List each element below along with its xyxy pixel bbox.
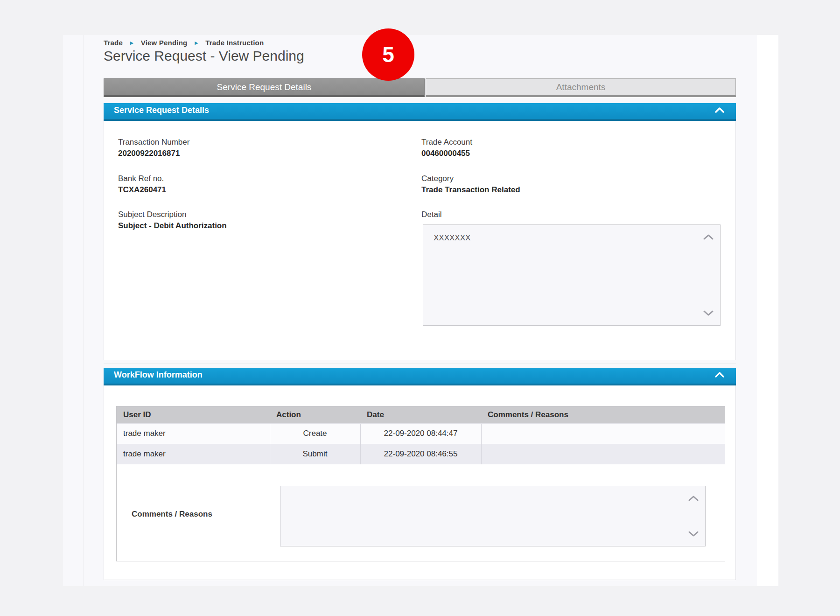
comments-textarea-value [280, 486, 705, 503]
table-cell: 22-09-2020 08:46:55 [360, 444, 481, 464]
collapse-button[interactable] [714, 371, 725, 378]
scroll-up-icon[interactable] [702, 233, 714, 241]
field-label: Category [421, 174, 520, 183]
field-label: Trade Account [421, 138, 472, 147]
table-header-row: User ID Action Date Comments / Reasons [117, 406, 725, 423]
scroll-down-icon[interactable] [687, 530, 700, 538]
field-subject-description: Subject Description Subject - Debit Auth… [118, 210, 227, 231]
scroll-up-icon[interactable] [687, 495, 700, 502]
page-margin-strip [757, 35, 778, 586]
field-label: Bank Ref no. [118, 174, 166, 183]
comments-label: Comments / Reasons [132, 510, 212, 519]
panel-divider-line [83, 35, 84, 586]
workflow-table-body: trade makerCreate22-09-2020 08:44:47trad… [117, 423, 725, 464]
detail-textarea[interactable]: XXXXXXX [423, 224, 721, 326]
table-cell [481, 444, 725, 464]
tab-bar: Service Request Details Attachments [104, 78, 736, 97]
annotation-badge-number: 5 [382, 42, 394, 67]
field-label-detail: Detail [421, 210, 441, 219]
section-header-service-request-details: Service Request Details [104, 103, 736, 121]
field-value: 00460000455 [421, 149, 472, 158]
table-cell: Submit [270, 444, 360, 464]
breadcrumb-separator-icon: ▸ [195, 39, 198, 46]
breadcrumb: Trade▸View Pending▸Trade Instruction [104, 39, 264, 47]
breadcrumb-item-trade[interactable]: Trade [104, 39, 123, 47]
field-value: TCXA260471 [118, 185, 166, 195]
breadcrumb-item-view-pending[interactable]: View Pending [141, 39, 188, 47]
section-body-workflow-information: User ID Action Date Comments / Reasons t… [104, 385, 736, 580]
chevron-up-icon [714, 371, 725, 378]
field-value: 20200922016871 [118, 149, 189, 158]
page-title: Service Request - View Pending [104, 48, 304, 64]
table-row: trade makerCreate22-09-2020 08:44:47 [117, 423, 725, 444]
breadcrumb-separator-icon: ▸ [130, 39, 133, 46]
section-separator [104, 363, 736, 364]
field-category: Category Trade Transaction Related [421, 174, 520, 195]
column-header-user-id: User ID [117, 406, 270, 423]
field-value: Trade Transaction Related [421, 185, 520, 195]
scroll-down-icon[interactable] [702, 309, 714, 317]
column-header-action: Action [270, 406, 360, 423]
workflow-table-container: User ID Action Date Comments / Reasons t… [116, 406, 725, 561]
comments-area: Comments / Reasons [117, 464, 725, 562]
section-header-workflow-information: WorkFlow Information [104, 368, 736, 385]
table-cell: trade maker [117, 444, 270, 464]
table-cell [481, 423, 725, 444]
column-header-date: Date [360, 406, 481, 423]
collapse-button[interactable] [714, 107, 725, 113]
comments-textarea[interactable] [280, 486, 706, 546]
section-body-service-request-details: Transaction Number 20200922016871 Trade … [104, 121, 736, 360]
field-bank-ref-no: Bank Ref no. TCXA260471 [118, 174, 166, 195]
main-panel: Trade▸View Pending▸Trade Instruction Ser… [63, 35, 757, 586]
workflow-table: User ID Action Date Comments / Reasons t… [117, 406, 725, 464]
table-row: trade makerSubmit22-09-2020 08:46:55 [117, 444, 725, 464]
table-cell: 22-09-2020 08:44:47 [360, 423, 481, 444]
field-transaction-number: Transaction Number 20200922016871 [118, 138, 189, 158]
section-header-label: Service Request Details [114, 105, 209, 115]
annotation-badge-5: 5 [362, 28, 414, 81]
tab-attachments[interactable]: Attachments [426, 78, 736, 97]
column-header-comments: Comments / Reasons [481, 406, 725, 423]
table-cell: trade maker [117, 423, 270, 444]
tab-service-request-details[interactable]: Service Request Details [104, 78, 425, 97]
breadcrumb-item-trade-instruction[interactable]: Trade Instruction [205, 39, 264, 47]
table-cell: Create [270, 423, 360, 444]
field-label: Transaction Number [118, 138, 189, 147]
chevron-up-icon [714, 107, 725, 113]
field-label: Subject Description [118, 210, 227, 219]
field-value: Subject - Debit Authorization [118, 221, 227, 231]
section-header-label: WorkFlow Information [114, 370, 203, 380]
detail-textarea-value: XXXXXXX [423, 225, 720, 251]
field-trade-account: Trade Account 00460000455 [421, 138, 472, 158]
